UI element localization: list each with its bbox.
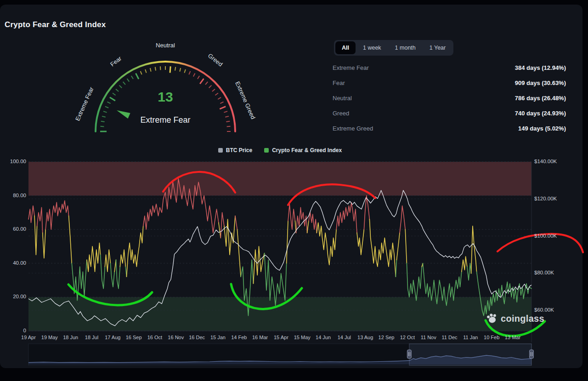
tab-all[interactable]: All xyxy=(335,41,356,54)
range-tabs: All 1 week 1 month 1 Year xyxy=(334,40,453,56)
tab-1year[interactable]: 1 Year xyxy=(423,41,452,54)
tab-1month[interactable]: 1 month xyxy=(389,41,422,54)
fear-greed-panel xyxy=(0,5,582,368)
tab-1week[interactable]: 1 week xyxy=(356,41,388,54)
